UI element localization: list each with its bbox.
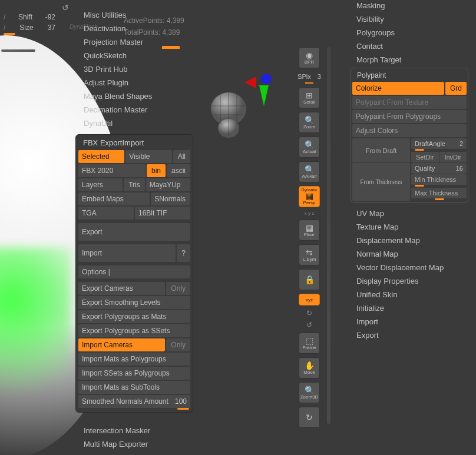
setdir-button[interactable]: SetDir	[411, 152, 439, 162]
menu-polygroups[interactable]: Polygroups	[351, 26, 468, 39]
spix-slider[interactable]: SPix 3	[298, 72, 321, 81]
fbx-visible-button[interactable]: Visible	[125, 150, 171, 163]
menu-initialize[interactable]: Initialize	[351, 301, 468, 315]
persp-button[interactable]: Dynamic▦Persp	[299, 186, 320, 207]
rotate-z-icon[interactable]: ↺	[306, 321, 312, 329]
fbx-import-ssets-pg-button[interactable]: Import SSets as Polygroups	[78, 367, 190, 380]
fbx-import-mats-pg-button[interactable]: Import Mats as Polygroups	[78, 353, 190, 366]
shift-slider[interactable]: / Shift -92	[0, 12, 59, 22]
xyz-indicator: x y z	[305, 211, 314, 216]
floor-button[interactable]: ▦Floor	[299, 220, 320, 241]
mesh-preview	[206, 88, 253, 143]
menu-vector-displacement-map[interactable]: Vector Displacement Map	[351, 261, 468, 274]
plugin-3d-print-hub[interactable]: 3D Print Hub	[77, 62, 194, 76]
left-sliders: / Shift -92 / Size 37	[0, 12, 59, 35]
plugin-dynautil[interactable]: DynaUtil	[77, 117, 194, 130]
shift-value: -92	[45, 13, 55, 21]
fbx-ascii-button[interactable]: ascii	[167, 164, 190, 177]
plugin-intersection-masker[interactable]: Intersection Masker	[77, 424, 194, 437]
aahalf-button[interactable]: 🔍AAHalf	[299, 161, 320, 182]
rotate-y-icon[interactable]: ↻	[306, 309, 312, 317]
from-thickness-button[interactable]: From Thickness	[352, 163, 410, 201]
fbx-tris-button[interactable]: Tris	[124, 178, 145, 191]
plugin-multi-map-exporter[interactable]: Multi Map Exporter	[77, 437, 194, 451]
reset-icon[interactable]: ↺	[62, 3, 69, 12]
svg-point-1	[261, 74, 272, 84]
actual-button[interactable]: 🔍Actual	[299, 137, 320, 158]
svg-marker-2	[259, 85, 269, 106]
plugin-decimation-master[interactable]: Decimation Master	[77, 103, 194, 117]
fbx-export-import-panel: FBX ExportImport Selected Visible All FB…	[75, 134, 193, 413]
invdir-button[interactable]: InvDir	[439, 152, 467, 162]
menu-contact[interactable]: Contact	[351, 39, 468, 53]
fbx-embed-maps-button[interactable]: Embed Maps	[78, 192, 150, 205]
menu-normal-map[interactable]: Normal Map	[351, 247, 468, 261]
fbx-export-cameras-button[interactable]: Export Cameras	[78, 282, 165, 295]
plugin-projection-master[interactable]: Projection Master	[77, 35, 194, 49]
menu-masking[interactable]: Masking	[351, 0, 468, 12]
fbx-import-mats-subtools-button[interactable]: Import Mats as SubTools	[78, 381, 190, 394]
polypaint-from-polygroups-button[interactable]: Polypaint From Polygroups	[352, 110, 467, 123]
grd-button[interactable]: Grd	[445, 82, 467, 95]
fbx-import-button[interactable]: Import	[78, 244, 176, 262]
fbx-snormals-button[interactable]: SNormals	[151, 192, 190, 205]
max-thickness-slider[interactable]: Max Thickness	[411, 188, 467, 198]
fbx-import-cameras-only-button[interactable]: Only	[166, 338, 190, 351]
lsym-button[interactable]: ⇆L.Sym	[299, 244, 320, 265]
plugin-adjust[interactable]: Adjust Plugin	[77, 76, 194, 89]
fbx-smoothed-normals-slider[interactable]: Smoothed Normals Amount100	[78, 395, 190, 408]
extra-button[interactable]: ↻	[299, 407, 320, 428]
menu-displacement-map[interactable]: Displacement Map	[351, 234, 468, 247]
plugin-quicksketch[interactable]: QuickSketch	[77, 49, 194, 62]
fbx-export-pg-mats-button[interactable]: Export Polygroups as Mats	[78, 310, 190, 323]
plugin-misc-utilities[interactable]: Misc Utilities	[77, 8, 194, 22]
size-slider[interactable]: / Size 37	[0, 22, 59, 33]
fbx-bin-button[interactable]: bin	[147, 164, 166, 177]
fbx-export-button[interactable]: Export	[78, 223, 190, 241]
fbx-16bit-tif-button[interactable]: 16Bit TIF	[135, 207, 190, 220]
fbx-mayayup-button[interactable]: MayaYUp	[146, 178, 190, 191]
fbx-help-button[interactable]: ?	[177, 244, 190, 262]
fbx-import-cameras-button[interactable]: Import Cameras	[78, 338, 165, 351]
menu-visibility[interactable]: Visibility	[351, 12, 468, 26]
menu-export[interactable]: Export	[351, 328, 468, 342]
right-toolbar: ◉BPR SPix 3 ⊞Scroll 🔍Zoom 🔍Actual 🔍AAHal…	[298, 47, 321, 428]
fbx-export-smoothing-button[interactable]: Export Smoothing Levels	[78, 296, 190, 309]
plugin-menu: Misc Utilities Deactivation Projection M…	[77, 8, 194, 130]
fbx-selected-button[interactable]: Selected	[78, 150, 124, 163]
adjust-colors-button[interactable]: Adjust Colors	[352, 124, 467, 137]
menu-uv-map[interactable]: UV Map	[351, 207, 468, 220]
menu-texture-map[interactable]: Texture Map	[351, 220, 468, 234]
fbx-all-button[interactable]: All	[173, 150, 190, 163]
menu-unified-skin[interactable]: Unified Skin	[351, 288, 468, 301]
bpr-button[interactable]: ◉BPR	[299, 47, 320, 68]
fbx-layers-button[interactable]: Layers	[78, 178, 123, 191]
menu-import[interactable]: Import	[351, 315, 468, 328]
colorize-button[interactable]: Colorize	[352, 82, 444, 95]
fbx-tga-button[interactable]: TGA	[78, 207, 134, 220]
min-thickness-slider[interactable]: Min Thickness	[411, 174, 467, 185]
plugin-maya-blend-shapes[interactable]: Maya Blend Shapes	[77, 89, 194, 103]
from-draft-button[interactable]: From Draft	[352, 138, 410, 162]
polypaint-from-texture-button[interactable]: Polypaint From Texture	[352, 96, 467, 109]
menu-display-properties[interactable]: Display Properties	[351, 274, 468, 288]
xyz-button[interactable]: xyz	[299, 294, 320, 305]
scroll-button[interactable]: ⊞Scroll	[299, 87, 320, 108]
fbx-export-pg-ssets-button[interactable]: Export Polygroups as SSets	[78, 324, 190, 337]
plugin-deactivation[interactable]: Deactivation	[77, 22, 194, 35]
zoom3d-button[interactable]: 🔍Zoom3D	[299, 382, 320, 403]
frame-button[interactable]: ⬚Frame	[299, 333, 320, 354]
panel-divider[interactable]	[327, 47, 330, 424]
zoom-button[interactable]: 🔍Zoom	[299, 112, 320, 133]
fbx-panel-title[interactable]: FBX ExportImport	[77, 136, 191, 150]
shift-label: Shift	[18, 13, 32, 21]
fbx-options-button[interactable]: Options |	[78, 265, 190, 278]
fbx-version-button[interactable]: FBX 2020	[78, 164, 146, 177]
menu-morph-target[interactable]: Morph Target	[351, 53, 468, 67]
lock-button[interactable]: 🔒	[299, 269, 320, 290]
move-button[interactable]: ✋Move	[299, 357, 320, 378]
polypaint-title[interactable]: Polypaint	[352, 69, 467, 81]
draft-angle-slider[interactable]: DraftAngle2	[411, 138, 467, 149]
fbx-export-cameras-only-button[interactable]: Only	[166, 282, 190, 295]
quality-slider[interactable]: Quality16	[411, 163, 467, 174]
